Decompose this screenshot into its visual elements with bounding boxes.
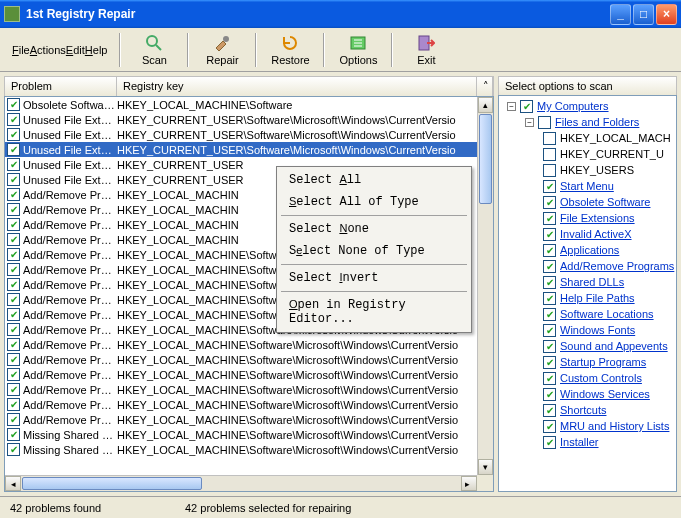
- tree-checkbox[interactable]: ✔: [543, 372, 556, 385]
- hscroll-thumb[interactable]: [22, 477, 202, 490]
- close-button[interactable]: ×: [656, 4, 677, 25]
- column-registry-key[interactable]: Registry key: [117, 77, 477, 96]
- problem-row[interactable]: ✔Add/Remove Prog...HKEY_LOCAL_MACHINE\So…: [5, 367, 477, 382]
- tree-checkbox[interactable]: ✔: [543, 228, 556, 241]
- tree-label[interactable]: Start Menu: [560, 180, 614, 192]
- tree-node[interactable]: ✔Shared DLLs: [499, 274, 676, 290]
- row-checkbox[interactable]: ✔: [7, 368, 20, 381]
- tree-label[interactable]: Custom Controls: [560, 372, 642, 384]
- menu-edit[interactable]: Edit: [66, 44, 85, 56]
- problem-row[interactable]: ✔Missing Shared DllsHKEY_LOCAL_MACHINE\S…: [5, 427, 477, 442]
- scroll-up-icon[interactable]: ▴: [478, 97, 493, 113]
- restore-button[interactable]: Restore: [261, 30, 319, 70]
- menu-file[interactable]: File: [12, 44, 30, 56]
- tree-label[interactable]: Sound and Appevents: [560, 340, 668, 352]
- tree-checkbox[interactable]: ✔: [543, 308, 556, 321]
- row-checkbox[interactable]: ✔: [7, 113, 20, 126]
- problem-row[interactable]: ✔Add/Remove Prog...HKEY_LOCAL_MACHINE\So…: [5, 412, 477, 427]
- problem-row[interactable]: ✔Unused File Exten...HKEY_CURRENT_USER\S…: [5, 142, 477, 157]
- tree-checkbox[interactable]: ✔: [543, 356, 556, 369]
- row-checkbox[interactable]: ✔: [7, 128, 20, 141]
- tree-label[interactable]: File Extensions: [560, 212, 635, 224]
- tree-checkbox[interactable]: ✔: [543, 404, 556, 417]
- row-checkbox[interactable]: ✔: [7, 143, 20, 156]
- row-checkbox[interactable]: ✔: [7, 218, 20, 231]
- tree-label[interactable]: Software Locations: [560, 308, 654, 320]
- tree-checkbox[interactable]: ✔: [538, 116, 551, 129]
- tree-checkbox[interactable]: ✔: [543, 420, 556, 433]
- tree-label[interactable]: Obsolete Software: [560, 196, 651, 208]
- problem-row[interactable]: ✔Unused File Exten...HKEY_CURRENT_USER\S…: [5, 112, 477, 127]
- tree-checkbox[interactable]: ✔: [543, 324, 556, 337]
- row-checkbox[interactable]: ✔: [7, 398, 20, 411]
- row-checkbox[interactable]: ✔: [7, 353, 20, 366]
- tree-label[interactable]: Installer: [560, 436, 599, 448]
- tree-checkbox[interactable]: ✔: [543, 148, 556, 161]
- tree-node[interactable]: ✔HKEY_CURRENT_U: [499, 146, 676, 162]
- minimize-button[interactable]: _: [610, 4, 631, 25]
- tree-checkbox[interactable]: ✔: [543, 340, 556, 353]
- ctx-select-none[interactable]: Select None: [279, 218, 469, 240]
- tree-checkbox[interactable]: ✔: [543, 180, 556, 193]
- tree-checkbox[interactable]: ✔: [543, 276, 556, 289]
- tree-label[interactable]: Startup Programs: [560, 356, 646, 368]
- row-checkbox[interactable]: ✔: [7, 278, 20, 291]
- menu-help[interactable]: Help: [85, 44, 108, 56]
- row-checkbox[interactable]: ✔: [7, 158, 20, 171]
- scan-options-tree[interactable]: −✔My Computers−✔Files and Folders✔HKEY_L…: [498, 95, 677, 492]
- menu-actions[interactable]: Actions: [30, 44, 66, 56]
- horizontal-scrollbar[interactable]: ◂ ▸: [5, 475, 477, 491]
- row-checkbox[interactable]: ✔: [7, 383, 20, 396]
- tree-node[interactable]: ✔Sound and Appevents: [499, 338, 676, 354]
- scroll-left-icon[interactable]: ◂: [5, 476, 21, 491]
- tree-node[interactable]: ✔Windows Fonts: [499, 322, 676, 338]
- column-problem[interactable]: Problem: [5, 77, 117, 96]
- tree-node[interactable]: ✔Shortcuts: [499, 402, 676, 418]
- tree-label[interactable]: Shared DLLs: [560, 276, 624, 288]
- tree-node[interactable]: ✔File Extensions: [499, 210, 676, 226]
- tree-node[interactable]: ✔Help File Paths: [499, 290, 676, 306]
- tree-node[interactable]: ✔HKEY_USERS: [499, 162, 676, 178]
- row-checkbox[interactable]: ✔: [7, 203, 20, 216]
- scroll-down-icon[interactable]: ▾: [478, 459, 493, 475]
- row-checkbox[interactable]: ✔: [7, 173, 20, 186]
- expand-icon[interactable]: −: [525, 118, 534, 127]
- problem-row[interactable]: ✔Obsolete Software...HKEY_LOCAL_MACHINE\…: [5, 97, 477, 112]
- row-checkbox[interactable]: ✔: [7, 293, 20, 306]
- row-checkbox[interactable]: ✔: [7, 233, 20, 246]
- ctx-select-none-type[interactable]: Select None of Type: [279, 240, 469, 262]
- tree-node[interactable]: ✔Software Locations: [499, 306, 676, 322]
- tree-node[interactable]: ✔Applications: [499, 242, 676, 258]
- tree-node[interactable]: ✔MRU and History Lists: [499, 418, 676, 434]
- row-checkbox[interactable]: ✔: [7, 248, 20, 261]
- tree-node[interactable]: ✔Installer: [499, 434, 676, 450]
- tree-label[interactable]: Shortcuts: [560, 404, 606, 416]
- problem-row[interactable]: ✔Add/Remove Prog...HKEY_LOCAL_MACHINE\So…: [5, 382, 477, 397]
- tree-checkbox[interactable]: ✔: [543, 244, 556, 257]
- tree-label[interactable]: Invalid ActiveX: [560, 228, 632, 240]
- tree-label[interactable]: HKEY_LOCAL_MACH: [560, 132, 671, 144]
- expand-icon[interactable]: −: [507, 102, 516, 111]
- tree-node[interactable]: ✔Startup Programs: [499, 354, 676, 370]
- tree-label[interactable]: HKEY_USERS: [560, 164, 634, 176]
- tree-checkbox[interactable]: ✔: [543, 164, 556, 177]
- row-checkbox[interactable]: ✔: [7, 443, 20, 456]
- tree-node[interactable]: ✔Invalid ActiveX: [499, 226, 676, 242]
- repair-button[interactable]: Repair: [193, 30, 251, 70]
- vertical-scrollbar[interactable]: ▴ ▾: [477, 97, 493, 475]
- scroll-thumb[interactable]: [479, 114, 492, 204]
- row-checkbox[interactable]: ✔: [7, 188, 20, 201]
- tree-label[interactable]: MRU and History Lists: [560, 420, 669, 432]
- maximize-button[interactable]: □: [633, 4, 654, 25]
- tree-checkbox[interactable]: ✔: [543, 436, 556, 449]
- problem-row[interactable]: ✔Unused File Exten...HKEY_CURRENT_USER\S…: [5, 127, 477, 142]
- tree-label[interactable]: Add/Remove Programs: [560, 260, 674, 272]
- tree-node[interactable]: ✔Windows Services: [499, 386, 676, 402]
- tree-label[interactable]: Help File Paths: [560, 292, 635, 304]
- tree-checkbox[interactable]: ✔: [543, 196, 556, 209]
- tree-label[interactable]: Applications: [560, 244, 619, 256]
- tree-node[interactable]: −✔Files and Folders: [499, 114, 676, 130]
- scan-button[interactable]: Scan: [125, 30, 183, 70]
- exit-button[interactable]: Exit: [397, 30, 455, 70]
- tree-label[interactable]: Windows Services: [560, 388, 650, 400]
